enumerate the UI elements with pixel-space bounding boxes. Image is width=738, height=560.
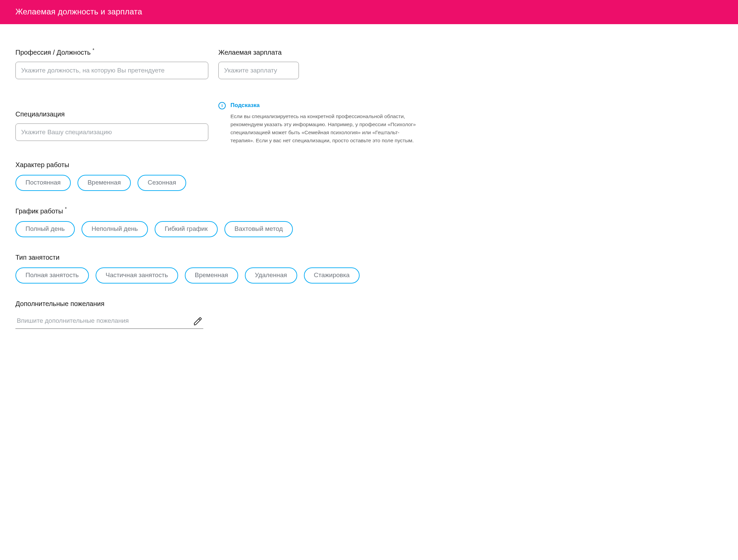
required-marker: * [65, 206, 66, 211]
wishes-group: Дополнительные пожелания [15, 299, 723, 329]
employment-label: Тип занятости [15, 253, 723, 262]
pill-schedule-flexible[interactable]: Гибкий график [155, 221, 218, 237]
work-nature-group: Характер работы Постоянная Временная Сез… [15, 160, 723, 191]
salary-input[interactable] [218, 62, 299, 79]
specialization-label: Специализация [15, 109, 208, 119]
profession-label-text: Профессия / Должность [15, 49, 91, 56]
pill-work-nature-seasonal[interactable]: Сезонная [138, 175, 186, 191]
pill-work-nature-temporary[interactable]: Временная [77, 175, 131, 191]
schedule-label: График работы * [15, 206, 723, 216]
work-nature-options: Постоянная Временная Сезонная [15, 175, 723, 191]
pill-employment-temp[interactable]: Временная [185, 267, 238, 284]
pill-work-nature-permanent[interactable]: Постоянная [15, 175, 71, 191]
wishes-input[interactable] [15, 314, 203, 329]
pill-employment-full[interactable]: Полная занятость [15, 267, 89, 284]
schedule-group: График работы * Полный день Неполный ден… [15, 206, 723, 237]
page-header: Желаемая должность и зарплата [0, 0, 738, 24]
pill-schedule-rotation[interactable]: Вахтовый метод [224, 221, 293, 237]
wishes-field-wrap [15, 314, 203, 329]
profession-input[interactable] [15, 62, 208, 79]
hint-block: i Подсказка Если вы специализируетесь на… [218, 99, 723, 145]
required-marker: * [93, 47, 94, 53]
schedule-options: Полный день Неполный день Гибкий график … [15, 221, 723, 237]
pencil-icon[interactable] [193, 317, 203, 326]
hint-title: Подсказка [230, 101, 418, 109]
info-icon: i [218, 102, 226, 109]
employment-options: Полная занятость Частичная занятость Вре… [15, 267, 723, 284]
specialization-block: Специализация [15, 99, 208, 141]
profession-label: Профессия / Должность * [15, 48, 208, 57]
pill-employment-intern[interactable]: Стажировка [304, 267, 360, 284]
salary-block: Желаемая зарплата [218, 48, 723, 79]
form-body: Профессия / Должность * Желаемая зарплат… [0, 24, 738, 342]
pill-employment-partial[interactable]: Частичная занятость [96, 267, 178, 284]
work-nature-label: Характер работы [15, 160, 723, 169]
page-title: Желаемая должность и зарплата [15, 7, 142, 16]
employment-group: Тип занятости Полная занятость Частичная… [15, 253, 723, 284]
specialization-input[interactable] [15, 123, 208, 141]
row-profession-salary: Профессия / Должность * Желаемая зарплат… [15, 48, 723, 79]
salary-label: Желаемая зарплата [218, 48, 723, 57]
profession-block: Профессия / Должность * [15, 48, 208, 79]
wishes-label: Дополнительные пожелания [15, 299, 723, 308]
pill-schedule-part-day[interactable]: Неполный день [82, 221, 148, 237]
pill-employment-remote[interactable]: Удаленная [245, 267, 297, 284]
row-specialization: Специализация i Подсказка Если вы специа… [15, 99, 723, 145]
schedule-label-text: График работы [15, 207, 63, 215]
pill-schedule-full-day[interactable]: Полный день [15, 221, 75, 237]
hint-content: Подсказка Если вы специализируетесь на к… [230, 101, 418, 145]
hint-text: Если вы специализируетесь на конкретной … [230, 112, 418, 145]
